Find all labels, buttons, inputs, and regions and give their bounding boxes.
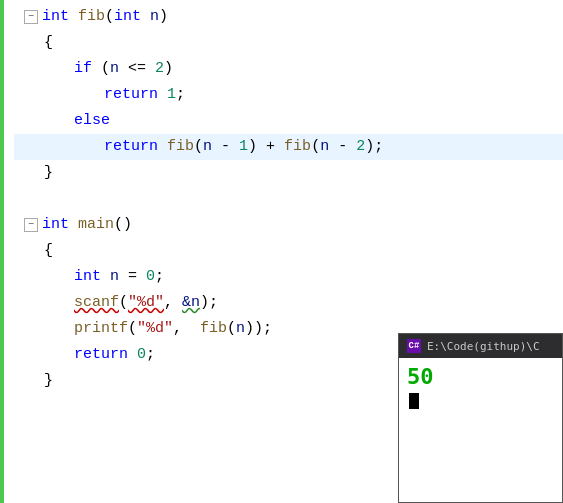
code-line: else xyxy=(14,108,563,134)
token: ) xyxy=(164,56,173,82)
token: return xyxy=(104,82,167,108)
token: ( xyxy=(227,316,236,342)
terminal-icon-label: C# xyxy=(409,341,420,351)
token: ; xyxy=(146,342,155,368)
code-line: return 1 ; xyxy=(14,82,563,108)
token: if xyxy=(74,56,92,82)
token: ; xyxy=(155,264,164,290)
collapse-icon[interactable]: − xyxy=(24,10,38,24)
token: , xyxy=(173,316,200,342)
token: fib xyxy=(167,134,194,160)
code-line: int n = 0 ; xyxy=(14,264,563,290)
token: ( xyxy=(128,316,137,342)
token: fib xyxy=(284,134,311,160)
token: } xyxy=(44,160,53,186)
token: ( xyxy=(105,4,114,30)
terminal-output: 50 xyxy=(407,364,554,389)
terminal-title: E:\Code(githup)\C xyxy=(427,340,540,353)
token: fib xyxy=(78,4,105,30)
token: 1 xyxy=(239,134,248,160)
terminal-titlebar: C# E:\Code(githup)\C xyxy=(399,334,562,358)
token: 2 xyxy=(356,134,365,160)
token: n xyxy=(110,56,119,82)
code-line: − int main () xyxy=(14,212,563,238)
code-line: − int fib ( int n ) xyxy=(14,4,563,30)
collapse-icon[interactable]: − xyxy=(24,218,38,232)
token: n xyxy=(150,4,159,30)
token: ) xyxy=(159,4,168,30)
token: return xyxy=(104,134,167,160)
token: "%d" xyxy=(128,290,164,316)
token: <= xyxy=(119,56,155,82)
token: else xyxy=(74,108,110,134)
token: main xyxy=(78,212,114,238)
token: int xyxy=(114,4,150,30)
token: int xyxy=(74,264,110,290)
token: - xyxy=(212,134,239,160)
terminal-body: 50 xyxy=(399,358,562,502)
token: scanf xyxy=(74,290,119,316)
token: ); xyxy=(200,290,218,316)
code-line: if ( n <= 2 ) xyxy=(14,56,563,82)
code-line: { xyxy=(14,238,563,264)
token: - xyxy=(329,134,356,160)
token: ; xyxy=(176,82,185,108)
code-line: return fib ( n - 1 ) + fib ( n - 2 ); xyxy=(14,134,563,160)
token: n xyxy=(320,134,329,160)
code-line xyxy=(14,186,563,212)
token: ( xyxy=(119,290,128,316)
token: { xyxy=(44,238,53,264)
token: ( xyxy=(194,134,203,160)
token: ); xyxy=(365,134,383,160)
terminal-cursor-line xyxy=(407,393,554,410)
token: &n xyxy=(182,290,200,316)
token: 0 xyxy=(146,264,155,290)
token: fib xyxy=(200,316,227,342)
terminal-output-text: 50 xyxy=(407,364,434,389)
token: 2 xyxy=(155,56,164,82)
token: () xyxy=(114,212,132,238)
terminal-cursor xyxy=(409,393,419,409)
token: return xyxy=(74,342,137,368)
token: int xyxy=(42,4,78,30)
code-line: { xyxy=(14,30,563,56)
token: n xyxy=(110,264,119,290)
code-line: scanf ( "%d" , &n ); xyxy=(14,290,563,316)
token: n xyxy=(236,316,245,342)
token: } xyxy=(44,368,53,394)
token: n xyxy=(203,134,212,160)
token: int xyxy=(42,212,78,238)
terminal-window: C# E:\Code(githup)\C 50 xyxy=(398,333,563,503)
token: = xyxy=(119,264,146,290)
token: { xyxy=(44,30,53,56)
token: )); xyxy=(245,316,272,342)
token: ) + xyxy=(248,134,284,160)
token: ( xyxy=(92,56,110,82)
terminal-app-icon: C# xyxy=(407,339,421,353)
token: ( xyxy=(311,134,320,160)
token: printf xyxy=(74,316,128,342)
code-line: } xyxy=(14,160,563,186)
token: 0 xyxy=(137,342,146,368)
token: 1 xyxy=(167,82,176,108)
token: , xyxy=(164,290,182,316)
token: "%d" xyxy=(137,316,173,342)
